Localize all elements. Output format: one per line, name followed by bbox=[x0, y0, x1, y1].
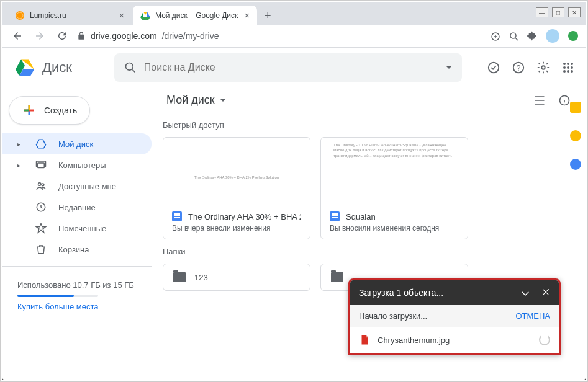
window-maximize-button[interactable]: □ bbox=[552, 7, 564, 17]
cancel-upload-button[interactable]: ОТМЕНА bbox=[515, 311, 550, 321]
browser-tab-lumpics[interactable]: Lumpics.ru × bbox=[7, 6, 132, 25]
path-label: Мой диск bbox=[166, 94, 215, 107]
list-view-icon[interactable] bbox=[533, 94, 546, 107]
sidebar-label: Недавние bbox=[58, 203, 96, 212]
svg-point-13 bbox=[489, 63, 499, 73]
folder-name: 123 bbox=[194, 273, 208, 282]
caret-icon: ▸ bbox=[17, 162, 24, 169]
computers-icon bbox=[35, 159, 47, 171]
close-icon[interactable] bbox=[541, 288, 550, 298]
file-subtitle: Вы вчера внесли изменения bbox=[172, 224, 301, 233]
shared-icon bbox=[35, 180, 47, 192]
drive-logo-icon bbox=[12, 55, 37, 80]
profile-avatar[interactable] bbox=[546, 29, 559, 43]
folder-icon bbox=[173, 272, 186, 282]
chevron-down-icon bbox=[220, 97, 226, 104]
svg-marker-6 bbox=[140, 17, 150, 20]
url-path: /drive/my-drive bbox=[162, 31, 219, 41]
tasks-app-icon[interactable] bbox=[570, 159, 581, 170]
search-input[interactable] bbox=[144, 62, 438, 73]
svg-point-20 bbox=[563, 66, 566, 69]
svg-marker-4 bbox=[147, 12, 150, 17]
sidebar-item-computers[interactable]: ▸ Компьютеры bbox=[2, 154, 152, 175]
storage-text: Использовано 10,7 ГБ из 15 ГБ bbox=[17, 280, 137, 290]
sidebar-item-recent[interactable]: Недавние bbox=[2, 197, 152, 218]
quick-access-heading: Быстрый доступ bbox=[154, 113, 583, 137]
create-label: Создать bbox=[44, 105, 77, 115]
search-icon bbox=[124, 61, 137, 74]
svg-point-18 bbox=[567, 63, 569, 65]
trash-icon bbox=[35, 243, 47, 255]
search-icon[interactable] bbox=[509, 31, 518, 41]
svg-marker-5 bbox=[140, 12, 143, 17]
sidebar-label: Доступные мне bbox=[58, 182, 116, 191]
svg-point-12 bbox=[125, 63, 133, 71]
collapse-icon[interactable] bbox=[520, 288, 530, 298]
storage-section: Использовано 10,7 ГБ из 15 ГБ Купить бол… bbox=[2, 273, 152, 319]
tab-close-icon[interactable]: × bbox=[245, 11, 250, 20]
extensions-icon[interactable] bbox=[527, 31, 537, 41]
apps-icon[interactable] bbox=[561, 60, 576, 75]
quick-card[interactable]: The Ordinary AHA 30% + BHA 2% Peeling So… bbox=[163, 137, 310, 239]
drive-header: Диск ? bbox=[2, 48, 586, 87]
tab-close-icon[interactable]: × bbox=[119, 11, 124, 20]
forward-button[interactable] bbox=[32, 29, 47, 43]
svg-text:?: ? bbox=[517, 64, 521, 73]
drive-icon bbox=[35, 138, 47, 150]
url-host: drive.google.com bbox=[91, 31, 157, 41]
address-bar[interactable]: drive.google.com/drive/my-drive bbox=[77, 31, 482, 41]
doc-preview: The Ordinary AHA 30% + BHA 2% Peeling So… bbox=[163, 138, 310, 205]
browser-tabs: Lumpics.ru × Мой диск – Google Диск × + bbox=[2, 2, 586, 25]
new-tab-button[interactable]: + bbox=[258, 6, 278, 26]
keep-app-icon[interactable] bbox=[570, 130, 581, 141]
image-file-icon bbox=[359, 334, 370, 345]
calendar-app-icon[interactable] bbox=[570, 102, 581, 113]
upload-popup: Загрузка 1 объекта... Начало загрузки...… bbox=[348, 278, 561, 355]
upload-header: Загрузка 1 объекта... bbox=[350, 280, 559, 305]
svg-rect-28 bbox=[38, 163, 45, 168]
buy-storage-link[interactable]: Купить больше места bbox=[17, 302, 137, 311]
app-title: Диск bbox=[42, 60, 72, 76]
window-close-button[interactable]: ✕ bbox=[568, 7, 581, 17]
upload-file-row: Chrysanthemum.jpg bbox=[350, 327, 559, 353]
zoom-in-icon[interactable] bbox=[490, 31, 500, 41]
window-controls: — □ ✕ bbox=[536, 7, 581, 17]
sidebar-label: Корзина bbox=[58, 245, 89, 254]
sidebar-label: Компьютеры bbox=[58, 161, 106, 170]
svg-point-21 bbox=[567, 66, 569, 69]
spinner-icon bbox=[539, 334, 550, 345]
sidebar-item-mydrive[interactable]: ▸ Мой диск bbox=[2, 133, 152, 154]
svg-point-25 bbox=[571, 70, 573, 73]
sidebar-item-starred[interactable]: Помеченные bbox=[2, 218, 152, 239]
browser-tab-drive[interactable]: Мой диск – Google Диск × bbox=[133, 6, 257, 25]
update-indicator-icon[interactable] bbox=[568, 31, 578, 41]
help-icon[interactable]: ? bbox=[511, 60, 526, 75]
doc-preview: The Ordinary - 100% Plant-Derived Hemi-S… bbox=[321, 138, 468, 205]
sidebar-label: Помеченные bbox=[58, 224, 106, 233]
info-icon[interactable] bbox=[558, 94, 571, 107]
svg-marker-3 bbox=[143, 12, 147, 15]
search-box[interactable] bbox=[114, 53, 462, 82]
dropdown-icon[interactable] bbox=[446, 64, 452, 71]
reload-button[interactable] bbox=[55, 29, 70, 43]
create-button[interactable]: Создать bbox=[9, 96, 90, 125]
window-minimize-button[interactable]: — bbox=[536, 7, 548, 17]
docs-icon bbox=[330, 211, 340, 221]
svg-point-8 bbox=[510, 33, 516, 38]
breadcrumb-bar: Мой диск bbox=[154, 87, 583, 113]
svg-point-22 bbox=[571, 66, 573, 69]
quick-card[interactable]: The Ordinary - 100% Plant-Derived Hemi-S… bbox=[320, 137, 468, 239]
ready-offline-icon[interactable] bbox=[486, 60, 501, 75]
orange-favicon-icon bbox=[15, 11, 25, 20]
sidebar-item-shared[interactable]: Доступные мне bbox=[2, 175, 152, 197]
breadcrumb-path[interactable]: Мой диск bbox=[166, 94, 226, 107]
folders-heading: Папки bbox=[154, 239, 583, 264]
back-button[interactable] bbox=[10, 29, 25, 43]
upload-status-text: Начало загрузки... bbox=[359, 311, 427, 321]
file-name: Squalan bbox=[346, 212, 376, 221]
upload-file-name: Chrysanthemum.jpg bbox=[378, 335, 450, 345]
caret-icon: ▸ bbox=[17, 141, 24, 148]
folder-card[interactable]: 123 bbox=[163, 264, 310, 291]
sidebar-item-trash[interactable]: Корзина bbox=[2, 239, 152, 260]
settings-icon[interactable] bbox=[536, 60, 551, 75]
